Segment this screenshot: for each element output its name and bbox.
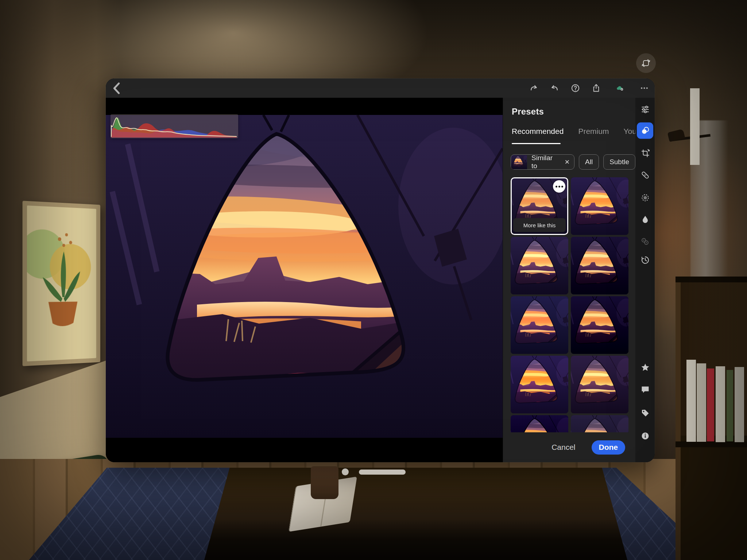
bookshelf (676, 277, 747, 560)
window-drag-bar[interactable] (359, 470, 406, 475)
crop-icon (640, 148, 650, 158)
back-button[interactable] (109, 80, 125, 97)
presets-panel: Presets Recommended Premium Yours Simila… (503, 98, 635, 462)
similar-to-chip[interactable]: Similar to ✕ (511, 154, 574, 170)
water-drop-icon (640, 215, 650, 225)
crop-button[interactable] (640, 148, 650, 158)
star-icon (640, 363, 650, 372)
more-like-this-tooltip[interactable]: More like this (513, 218, 566, 232)
lightroom-window: Presets Recommended Premium Yours Simila… (106, 78, 655, 462)
cloud-add-icon (616, 84, 625, 93)
rgb-histogram (111, 114, 238, 138)
heal-bandaid-icon (640, 170, 650, 180)
top-toolbar (106, 78, 655, 98)
comment-bubble-icon (640, 385, 650, 395)
selected-tab-underline (512, 143, 561, 144)
presets-button[interactable] (640, 126, 650, 136)
toolbar-actions (529, 84, 649, 93)
undo-button[interactable] (550, 84, 559, 93)
lens-blur-button[interactable] (640, 215, 650, 225)
presets-circles-icon (640, 126, 650, 136)
cancel-button[interactable]: Cancel (551, 443, 575, 452)
tab-premium[interactable]: Premium (578, 127, 609, 136)
redo-button[interactable] (529, 84, 538, 93)
preset-thumbnail[interactable] (571, 177, 628, 235)
tag-icon (640, 408, 650, 418)
preset-preview-image (511, 237, 568, 294)
preset-grid: More like this (511, 177, 628, 432)
chip-all[interactable]: All (579, 154, 599, 170)
share-button[interactable] (591, 84, 601, 93)
history-clock-icon (640, 255, 650, 265)
heal-button[interactable] (640, 170, 650, 180)
preset-preview-image (571, 296, 628, 354)
versions-history-button[interactable] (640, 255, 650, 265)
optics-circles-icon (640, 237, 650, 247)
spatial-room-scene: Presets Recommended Premium Yours Simila… (0, 0, 747, 560)
preset-preview-image (571, 356, 628, 413)
window-controls (0, 468, 747, 475)
undo-arrow-icon (550, 84, 559, 93)
masking-dashed-circle-icon (640, 193, 650, 203)
remove-similar-filter-icon[interactable]: ✕ (564, 158, 574, 166)
help-button[interactable] (570, 84, 580, 93)
preset-preview-image (571, 415, 628, 432)
preset-thumbnail[interactable] (571, 415, 628, 432)
similar-to-label: Similar to (527, 154, 564, 170)
share-icon (592, 84, 601, 93)
preset-preview-image (571, 237, 628, 294)
tab-yours[interactable]: Yours (623, 127, 635, 136)
preset-thumbnail[interactable] (571, 237, 628, 294)
edit-sliders-button[interactable] (640, 105, 650, 115)
info-button[interactable] (640, 431, 650, 441)
presets-tabs: Recommended Premium Yours (512, 127, 635, 136)
wall-art-plant-illustration (27, 205, 96, 362)
preset-preview-image (511, 356, 568, 413)
histogram-panel[interactable] (111, 114, 238, 138)
preset-preview-image (511, 296, 568, 354)
preset-thumbnail[interactable] (571, 356, 628, 413)
preset-more-options-button[interactable] (553, 180, 565, 193)
panel-footer: Cancel Done (503, 432, 635, 462)
comments-button[interactable] (640, 385, 650, 395)
chip-subtle[interactable]: Subtle (603, 154, 635, 170)
more-options-button[interactable] (639, 84, 649, 93)
rotate-orientation-icon (641, 58, 651, 68)
rating-button[interactable] (640, 363, 650, 372)
preset-preview-image (571, 177, 628, 235)
sliders-icon (640, 105, 650, 115)
redo-arrow-icon (529, 84, 538, 93)
info-circle-icon (640, 431, 650, 441)
preset-thumbnail[interactable] (511, 415, 568, 432)
photo-canvas[interactable] (106, 98, 503, 462)
edited-photo (106, 115, 503, 438)
preset-thumbnail[interactable] (511, 296, 568, 354)
preset-thumbnail[interactable]: More like this (511, 177, 568, 235)
window-close-button[interactable] (342, 468, 349, 475)
similar-to-thumbnail (511, 155, 527, 169)
tab-recommended[interactable]: Recommended (512, 127, 564, 136)
masking-button[interactable] (640, 193, 650, 203)
cloud-sync-button[interactable] (612, 84, 628, 93)
ellipsis-icon (640, 84, 649, 93)
done-button[interactable]: Done (592, 440, 626, 455)
coffee-table (204, 468, 627, 560)
preset-thumbnail[interactable] (571, 296, 628, 354)
rotate-orientation-button[interactable] (636, 53, 656, 73)
wall-art-frame (23, 201, 100, 366)
preset-thumbnail[interactable] (511, 356, 568, 413)
chevron-left-icon (109, 80, 125, 97)
keywords-button[interactable] (640, 408, 650, 418)
optics-button[interactable] (640, 237, 650, 247)
preset-thumbnail[interactable] (511, 237, 568, 294)
chip-all-label: All (585, 158, 593, 166)
tool-rail (635, 98, 655, 462)
chip-subtle-label: Subtle (609, 158, 629, 166)
panel-title: Presets (512, 107, 544, 117)
question-circle-icon (571, 84, 580, 93)
filter-chip-row: Similar to ✕ All Subtle (511, 154, 635, 170)
preset-preview-image (511, 415, 568, 432)
